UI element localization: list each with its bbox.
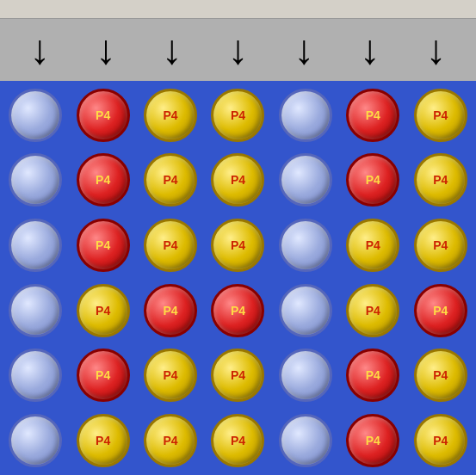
cell-r3-c2[interactable]: P4 [139, 280, 202, 342]
arrow-col-5[interactable]: ↓ [340, 29, 400, 71]
coin-empty-r1-c4 [279, 153, 332, 207]
cell-r3-c3[interactable]: P4 [206, 280, 269, 342]
cell-r4-c4[interactable] [274, 345, 337, 407]
coin-empty-r3-c0 [9, 284, 62, 337]
cell-r4-c5[interactable]: P4 [341, 345, 405, 407]
coin-red-r0-c1: P4 [77, 89, 130, 142]
cell-r5-c3[interactable]: P4 [206, 410, 269, 472]
cell-r3-c1[interactable]: P4 [71, 280, 134, 342]
coin-red-r3-c6: P4 [414, 284, 467, 337]
coin-yellow-r1-c6: P4 [414, 153, 467, 207]
coin-red-r3-c3: P4 [211, 284, 264, 337]
cell-r1-c6[interactable]: P4 [409, 150, 473, 212]
cell-r5-c4[interactable] [274, 410, 337, 472]
arrow-col-1[interactable]: ↓ [76, 29, 136, 71]
menu-help[interactable] [31, 8, 45, 11]
coin-empty-r1-c0 [9, 153, 62, 207]
coin-yellow-r0-c6: P4 [414, 89, 467, 142]
arrow-col-2[interactable]: ↓ [142, 29, 202, 71]
cell-r1-c2[interactable]: P4 [139, 150, 202, 212]
cell-r2-c3[interactable]: P4 [206, 214, 269, 276]
cell-r2-c4[interactable] [274, 214, 337, 276]
cell-r3-c0[interactable] [3, 280, 67, 342]
cell-r1-c1[interactable]: P4 [71, 150, 134, 212]
cell-r0-c5[interactable]: P4 [341, 84, 405, 146]
cell-r3-c4[interactable] [274, 280, 337, 342]
coin-yellow-r4-c3: P4 [211, 349, 264, 402]
cell-r5-c6[interactable]: P4 [409, 410, 473, 472]
cell-r5-c0[interactable] [3, 410, 67, 472]
coin-yellow-r2-c3: P4 [211, 219, 264, 272]
coin-yellow-r4-c6: P4 [414, 349, 467, 402]
cell-r0-c4[interactable] [274, 84, 337, 146]
cell-r3-c6[interactable]: P4 [409, 280, 473, 342]
cell-r5-c5[interactable]: P4 [341, 410, 405, 472]
arrow-col-0[interactable]: ↓ [9, 29, 70, 71]
cell-r0-c2[interactable]: P4 [139, 84, 202, 146]
cell-r4-c6[interactable]: P4 [409, 345, 473, 407]
cell-r3-c5[interactable]: P4 [341, 280, 405, 342]
coin-red-r1-c5: P4 [346, 153, 399, 207]
cell-r1-c0[interactable] [3, 150, 67, 212]
arrows-row: ↓ ↓ ↓ ↓ ↓ ↓ ↓ [0, 19, 476, 81]
coin-red-r4-c1: P4 [77, 349, 130, 402]
coin-empty-r5-c4 [279, 414, 332, 467]
coin-red-r0-c5: P4 [346, 89, 399, 142]
arrow-col-4[interactable]: ↓ [274, 29, 334, 71]
coin-yellow-r0-c2: P4 [144, 89, 197, 142]
coin-yellow-r3-c1: P4 [77, 284, 130, 337]
coin-yellow-r0-c3: P4 [211, 89, 264, 142]
coin-yellow-r4-c2: P4 [144, 349, 197, 402]
coin-yellow-r2-c2: P4 [144, 219, 197, 272]
coin-yellow-r5-c2: P4 [144, 414, 197, 467]
cell-r2-c5[interactable]: P4 [341, 214, 405, 276]
coin-empty-r0-c4 [279, 89, 332, 142]
coin-yellow-r5-c6: P4 [414, 414, 467, 467]
menu-action[interactable] [3, 8, 17, 11]
cell-r2-c6[interactable]: P4 [409, 214, 473, 276]
coin-yellow-r2-c6: P4 [414, 219, 467, 272]
cell-r4-c3[interactable]: P4 [206, 345, 269, 407]
coin-empty-r2-c4 [279, 219, 332, 272]
coin-yellow-r5-c3: P4 [211, 414, 264, 467]
coin-empty-r2-c0 [9, 219, 62, 272]
game-board: P4P4P4P4P4P4P4P4P4P4P4P4P4P4P4P4P4P4P4P4… [0, 81, 476, 475]
cell-r5-c2[interactable]: P4 [139, 410, 202, 472]
coin-red-r2-c1: P4 [77, 219, 130, 272]
cell-r4-c1[interactable]: P4 [71, 345, 134, 407]
cell-r0-c1[interactable]: P4 [71, 84, 134, 146]
cell-r0-c6[interactable]: P4 [409, 84, 473, 146]
coin-empty-r3-c4 [279, 284, 332, 337]
menu-bar [0, 0, 476, 19]
coin-red-r3-c2: P4 [144, 284, 197, 337]
cell-r2-c0[interactable] [3, 214, 67, 276]
coin-empty-r0-c0 [9, 89, 62, 142]
cell-r0-c3[interactable]: P4 [206, 84, 269, 146]
cell-r1-c5[interactable]: P4 [341, 150, 405, 212]
cell-r5-c1[interactable]: P4 [71, 410, 134, 472]
coin-red-r4-c5: P4 [346, 349, 399, 402]
arrow-col-3[interactable]: ↓ [207, 29, 268, 71]
coin-yellow-r1-c2: P4 [144, 153, 197, 207]
cell-r4-c2[interactable]: P4 [139, 345, 202, 407]
coin-yellow-r1-c3: P4 [211, 153, 264, 207]
coin-red-r5-c5: P4 [346, 414, 399, 467]
coin-yellow-r2-c5: P4 [346, 219, 399, 272]
coin-red-r1-c1: P4 [77, 153, 130, 207]
cell-r1-c4[interactable] [274, 150, 337, 212]
menu-option[interactable] [17, 8, 31, 11]
coin-yellow-r5-c1: P4 [77, 414, 130, 467]
cell-r4-c0[interactable] [3, 345, 67, 407]
coin-empty-r4-c0 [9, 349, 62, 402]
coin-yellow-r3-c5: P4 [346, 284, 399, 337]
cell-r2-c2[interactable]: P4 [139, 214, 202, 276]
cell-r2-c1[interactable]: P4 [71, 214, 134, 276]
cell-r1-c3[interactable]: P4 [206, 150, 269, 212]
coin-empty-r4-c4 [279, 349, 332, 402]
arrow-col-6[interactable]: ↓ [406, 29, 467, 71]
coin-empty-r5-c0 [9, 414, 62, 467]
cell-r0-c0[interactable] [3, 84, 67, 146]
